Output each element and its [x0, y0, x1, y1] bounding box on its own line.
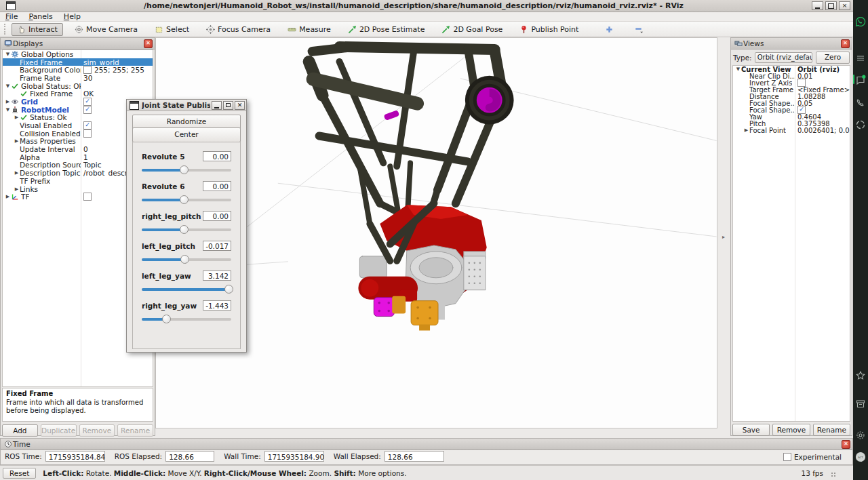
minimize-button[interactable]: [812, 1, 823, 10]
expander-icon[interactable]: ▼: [5, 107, 11, 113]
expander-icon[interactable]: ▶: [14, 138, 20, 144]
tree-row-target-frame[interactable]: Target Frame<Fixed Frame>: [733, 86, 850, 93]
slider-handle[interactable]: [224, 285, 233, 294]
toolbar-handle[interactable]: [4, 24, 8, 35]
rename-view-button[interactable]: Rename: [813, 424, 850, 436]
time-field-input[interactable]: 128.66: [384, 451, 444, 462]
expander-icon[interactable]: ▼: [735, 66, 741, 72]
slider-handle[interactable]: [180, 255, 189, 264]
tool-add-tool[interactable]: [599, 23, 619, 36]
menu-icon[interactable]: [855, 53, 866, 64]
property-value[interactable]: Topic: [83, 161, 101, 169]
reset-button[interactable]: Reset: [3, 468, 36, 479]
property-value[interactable]: 1: [83, 153, 88, 161]
joint-value-input[interactable]: 0.00: [203, 211, 231, 221]
dialog-maximize-button[interactable]: [223, 101, 233, 110]
tool-interact[interactable]: Interact: [12, 23, 63, 36]
expander-icon[interactable]: ▶: [14, 186, 20, 192]
tree-row-global-options[interactable]: ▼Global Options: [3, 50, 153, 58]
property-value[interactable]: 0.0026401; 0.0316...: [797, 127, 850, 134]
time-field-input[interactable]: 1715935184.90: [264, 451, 324, 462]
chats-icon[interactable]: [855, 75, 866, 85]
expander-icon[interactable]: ▶: [14, 115, 20, 120]
calls-icon[interactable]: [855, 98, 866, 108]
checkbox-checked[interactable]: ✓: [83, 98, 92, 106]
tree-row-distance[interactable]: Distance1.08288: [733, 93, 850, 100]
archive-icon[interactable]: [855, 399, 866, 409]
whatsapp-icon[interactable]: [855, 16, 866, 27]
tool-select[interactable]: Select: [149, 23, 195, 36]
joint-value-input[interactable]: 0.00: [203, 151, 231, 161]
tree-row-yaw[interactable]: Yaw0.4604: [733, 113, 850, 120]
tree-row-current-view[interactable]: ▼Current ViewOrbit (rviz): [733, 66, 850, 73]
dialog-titlebar[interactable]: Joint State Publis... ✕: [127, 100, 246, 111]
dialog-minimize-button[interactable]: [212, 101, 222, 110]
zero-button[interactable]: Zero: [816, 52, 850, 64]
property-value[interactable]: sim_world: [83, 58, 119, 66]
property-value[interactable]: OK: [83, 89, 94, 98]
experimental-checkbox[interactable]: [783, 453, 791, 461]
time-field-input[interactable]: 128.66: [165, 451, 214, 462]
time-field-input[interactable]: 1715935184.84: [45, 451, 105, 462]
time-panel-header[interactable]: Time ✕: [1, 439, 852, 450]
tree-row-fixed-frame[interactable]: Fixed Framesim_world: [3, 58, 153, 66]
property-value[interactable]: 30: [83, 74, 92, 82]
expander-icon[interactable]: ▼: [5, 83, 11, 89]
resize-grip[interactable]: [831, 472, 837, 478]
color-swatch[interactable]: [83, 66, 92, 74]
panel-collapse-arrow[interactable]: ▸: [720, 233, 727, 242]
add-display-button[interactable]: Add: [2, 424, 38, 437]
expander-icon[interactable]: ▼: [5, 52, 11, 57]
joint-value-input[interactable]: 0.00: [203, 181, 231, 191]
center-button[interactable]: Center: [132, 127, 241, 142]
slider-handle[interactable]: [180, 195, 189, 204]
expander-icon[interactable]: ▶: [5, 194, 11, 199]
displays-close-icon[interactable]: ✕: [144, 39, 153, 48]
tree-row-pitch[interactable]: Pitch0.375398: [733, 120, 850, 127]
menu-help[interactable]: Help: [58, 12, 86, 21]
settings-icon[interactable]: [855, 430, 866, 441]
menu-file[interactable]: File: [0, 12, 23, 21]
checkbox-unchecked[interactable]: [83, 129, 92, 138]
slider-track[interactable]: [142, 169, 231, 172]
tree-row-frame-rate[interactable]: Frame Rate30: [3, 74, 153, 82]
profile-icon[interactable]: ACT: [855, 452, 866, 462]
remove-view-button[interactable]: Remove: [772, 424, 810, 436]
slider-track[interactable]: [142, 228, 231, 231]
tool-pose-estimate[interactable]: 2D Pose Estimate: [342, 23, 431, 36]
property-value[interactable]: 255; 255; 255: [94, 66, 144, 74]
checkbox-checked[interactable]: ✓: [83, 121, 92, 129]
views-close-icon[interactable]: ✕: [841, 39, 850, 48]
tree-row-background-color[interactable]: Background Color255; 255; 255: [3, 66, 153, 74]
maximize-button[interactable]: [825, 1, 837, 10]
tool-publish-point[interactable]: Publish Point: [514, 23, 584, 36]
close-button[interactable]: ×: [839, 1, 850, 10]
tool-focus-camera[interactable]: Focus Camera: [201, 23, 276, 36]
joint-value-input[interactable]: -1.443: [203, 300, 231, 311]
tree-row-focal-point[interactable]: ▶Focal Point0.0026401; 0.0316...: [733, 127, 850, 134]
joint-value-input[interactable]: 3.142: [203, 271, 231, 281]
checkbox-checked[interactable]: ✓: [83, 106, 92, 114]
slider-handle[interactable]: [162, 315, 171, 323]
slider-handle[interactable]: [180, 225, 189, 234]
displays-panel-header[interactable]: Displays ✕: [1, 38, 155, 49]
status-icon[interactable]: [855, 119, 866, 130]
slider-track[interactable]: [142, 258, 231, 261]
tree-row-global-status-ok[interactable]: ▼Global Status: Ok: [3, 82, 153, 90]
tool-measure[interactable]: Measure: [282, 23, 336, 36]
tool-remove-tool[interactable]: [629, 23, 648, 36]
tree-row-invert-z-axis[interactable]: Invert Z Axis: [733, 79, 850, 86]
view-type-dropdown[interactable]: Orbit (rviz_default_ ▼: [755, 52, 812, 63]
dialog-close-button[interactable]: ✕: [235, 101, 245, 110]
slider-track[interactable]: [142, 318, 231, 321]
tool-move-camera[interactable]: Move Camera: [69, 23, 143, 36]
expander-icon[interactable]: ▶: [14, 170, 20, 176]
views-panel-header[interactable]: Views ✕: [731, 38, 852, 49]
checkbox-unchecked[interactable]: [83, 193, 92, 201]
menu-panels[interactable]: Panels: [23, 12, 58, 21]
joint-value-input[interactable]: -0.017: [203, 241, 231, 251]
expander-icon[interactable]: ▶: [743, 127, 749, 133]
time-close-icon[interactable]: ✕: [842, 440, 850, 449]
slider-track[interactable]: [142, 288, 231, 291]
property-value[interactable]: 0: [83, 145, 88, 153]
